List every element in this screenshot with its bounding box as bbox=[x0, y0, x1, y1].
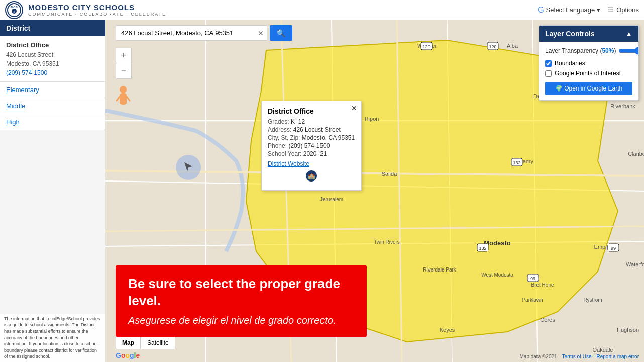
map-area[interactable]: Wagner Alba Escalon Ripon Del Rio Riverb… bbox=[105, 20, 644, 362]
middle-button[interactable]: Middle bbox=[0, 98, 105, 114]
transparency-value: 50% bbox=[602, 47, 614, 54]
svg-text:Ripon: Ripon bbox=[365, 116, 379, 122]
search-button[interactable]: 🔍 bbox=[270, 25, 292, 41]
district-website-link[interactable]: District Website bbox=[268, 160, 355, 167]
district-label: District bbox=[6, 24, 30, 32]
svg-text:99: 99 bbox=[611, 246, 616, 251]
phone-value: (209) 574-1500 bbox=[288, 142, 330, 149]
district-office-city: Modesto, CA 95351 bbox=[6, 59, 99, 68]
popup-close-button[interactable]: ✕ bbox=[351, 104, 357, 112]
transparency-slider[interactable] bbox=[618, 47, 639, 55]
search-bar: ✕ 🔍 bbox=[116, 25, 292, 41]
search-clear-button[interactable]: ✕ bbox=[258, 29, 264, 37]
grades-label: Grades: bbox=[268, 118, 289, 125]
google-poi-checkbox[interactable] bbox=[545, 70, 552, 77]
boundaries-checkbox-row: Boundaries bbox=[545, 60, 632, 67]
svg-text:Ceres: Ceres bbox=[540, 317, 555, 323]
google-earth-label: Open in Google Earth bbox=[564, 85, 622, 92]
svg-point-55 bbox=[120, 86, 127, 93]
district-info: District Office 426 Locust Street Modest… bbox=[0, 36, 105, 82]
svg-text:Waterford: Waterford bbox=[626, 261, 644, 267]
district-popup: ✕ District Office Grades: K–12 Address: … bbox=[261, 101, 362, 191]
zoom-out-button[interactable]: − bbox=[116, 63, 131, 78]
svg-text:Rystrom: Rystrom bbox=[583, 297, 602, 303]
svg-text:Twin Rivers: Twin Rivers bbox=[374, 239, 400, 245]
svg-text:Keyes: Keyes bbox=[440, 327, 455, 333]
layer-controls-body: Layer Transparency (50%) ↻ Boundaries Go… bbox=[539, 42, 638, 100]
grades-value: K–12 bbox=[291, 118, 305, 125]
report-map-link[interactable]: Report a map error bbox=[597, 354, 639, 359]
svg-text:West Modesto: West Modesto bbox=[481, 272, 513, 278]
svg-text:120: 120 bbox=[422, 44, 430, 49]
elementary-button[interactable]: Elementary bbox=[0, 82, 105, 98]
city-label: City, St, Zip: bbox=[268, 134, 300, 141]
svg-text:132: 132 bbox=[479, 246, 486, 251]
transparency-label-text: Layer Transparency ( bbox=[545, 47, 602, 54]
svg-line-56 bbox=[117, 97, 120, 101]
transparency-suffix: ) bbox=[614, 47, 616, 54]
layer-controls-collapse-icon: ▲ bbox=[625, 30, 632, 38]
svg-text:Claribell: Claribell bbox=[628, 151, 644, 157]
district-header: District bbox=[0, 20, 105, 36]
layer-transparency-row: Layer Transparency (50%) ↻ bbox=[545, 47, 632, 55]
school-name-sub: COMMUNICATE · COLLABORATE · CELEBRATE bbox=[28, 12, 166, 17]
svg-text:Alba: Alba bbox=[507, 43, 518, 49]
phone-label: Phone: bbox=[268, 142, 287, 149]
street-view-icon[interactable] bbox=[116, 85, 131, 101]
terms-of-use-link[interactable]: Terms of Use bbox=[562, 354, 592, 359]
district-marker-icon: 🏫 bbox=[305, 169, 318, 183]
school-year-label: School Year: bbox=[268, 150, 301, 157]
city-value: Modesto, CA 95351 bbox=[302, 134, 355, 141]
open-google-earth-button[interactable]: 🌍 Open in Google Earth bbox=[545, 82, 632, 95]
layer-controls-header[interactable]: Layer Controls ▲ bbox=[539, 26, 638, 42]
popup-grades: Grades: K–12 bbox=[268, 118, 355, 125]
high-button[interactable]: High bbox=[0, 114, 105, 130]
data-attribution: Map data ©2021 Terms of Use Report a map… bbox=[520, 354, 639, 359]
svg-text:Parklawn: Parklawn bbox=[522, 297, 543, 303]
options-button[interactable]: ☰ Options bbox=[608, 6, 639, 14]
school-year-value: 2020–21 bbox=[303, 150, 327, 157]
layer-transparency-label: Layer Transparency (50%) bbox=[545, 47, 616, 54]
school-name: MODESTO CITY SCHOOLS COMMUNICATE · COLLA… bbox=[28, 3, 166, 17]
google-poi-checkbox-row: Google Points of Interest bbox=[545, 70, 632, 77]
popup-phone: Phone: (209) 574-1500 bbox=[268, 142, 355, 149]
svg-text:MCS: MCS bbox=[11, 6, 17, 9]
search-icon: 🔍 bbox=[277, 29, 285, 37]
svg-text:Oakdale: Oakdale bbox=[593, 347, 613, 353]
school-logo: MCS ⚙ bbox=[5, 1, 23, 19]
header-left: MCS ⚙ MODESTO CITY SCHOOLS COMMUNICATE ·… bbox=[5, 1, 166, 19]
search-input-wrapper: ✕ bbox=[116, 25, 267, 41]
svg-text:⚙: ⚙ bbox=[13, 11, 15, 13]
zoom-controls: + − bbox=[116, 48, 132, 79]
popup-city: City, St, Zip: Modesto, CA 95351 bbox=[268, 134, 355, 141]
select-language-label: Select Language bbox=[546, 6, 595, 14]
layer-controls-panel: Layer Controls ▲ Layer Transparency (50%… bbox=[539, 25, 639, 101]
svg-text:Riverdale Park: Riverdale Park bbox=[423, 267, 457, 273]
banner-main-text: Be sure to select the proper grade level… bbox=[128, 276, 354, 310]
address-value: 426 Locust Street bbox=[293, 126, 341, 133]
map-type-map-button[interactable]: Map bbox=[116, 336, 141, 349]
svg-text:Jerusalem: Jerusalem bbox=[320, 197, 343, 202]
sidebar: District District Office 426 Locust Stre… bbox=[0, 20, 105, 362]
map-data-text: Map data ©2021 bbox=[520, 354, 557, 359]
hamburger-icon: ☰ bbox=[608, 6, 614, 14]
popup-address: Address: 426 Locust Street bbox=[268, 126, 355, 133]
options-label: Options bbox=[616, 6, 639, 14]
red-banner: Be sure to select the proper grade level… bbox=[116, 265, 367, 337]
svg-line-57 bbox=[127, 97, 130, 101]
svg-text:Bret Hone: Bret Hone bbox=[531, 282, 554, 288]
district-office-street: 426 Locust Street bbox=[6, 50, 99, 59]
boundaries-label: Boundaries bbox=[555, 60, 585, 67]
header: MCS ⚙ MODESTO CITY SCHOOLS COMMUNICATE ·… bbox=[0, 0, 644, 20]
svg-text:99: 99 bbox=[530, 276, 535, 281]
header-right: G Select Language ▾ ☰ Options bbox=[538, 6, 639, 15]
search-input[interactable] bbox=[116, 26, 267, 40]
school-name-main: MODESTO CITY SCHOOLS bbox=[28, 3, 166, 12]
sidebar-disclaimer: The information that LocalEdge/School pr… bbox=[0, 314, 105, 362]
map-type-satellite-button[interactable]: Satellite bbox=[141, 336, 175, 349]
google-earth-icon: 🌍 bbox=[555, 85, 564, 92]
boundaries-checkbox[interactable] bbox=[545, 60, 552, 67]
zoom-in-button[interactable]: + bbox=[116, 48, 131, 63]
select-language-button[interactable]: G Select Language ▾ bbox=[538, 6, 600, 15]
google-translate-icon: G bbox=[538, 6, 544, 15]
